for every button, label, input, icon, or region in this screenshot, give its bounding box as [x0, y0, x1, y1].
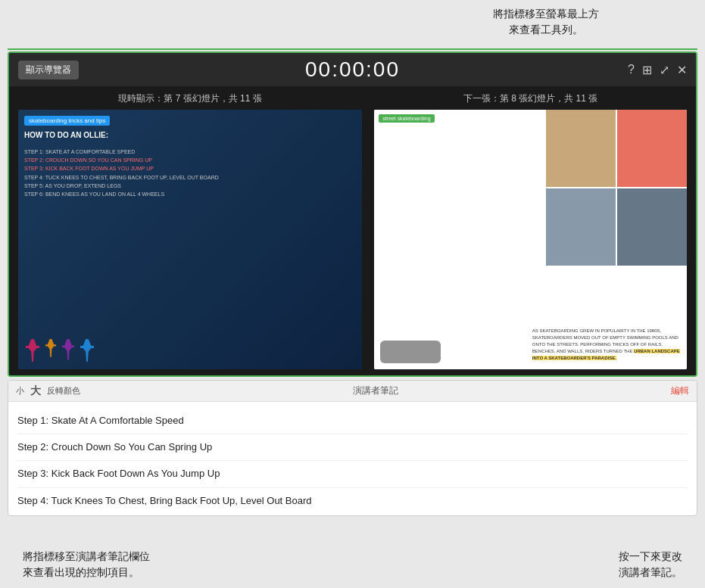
skater-3: [62, 339, 74, 360]
current-slide-section: 現時顯示：第 7 張幻燈片，共 11 張 skateboarding trick…: [18, 92, 362, 369]
notes-edit-button[interactable]: 編輯: [671, 384, 689, 397]
next-slide-photos: [546, 110, 687, 266]
next-slide-frame: street skateboarding AS SKATEBOARDING GR…: [374, 110, 687, 369]
show-presenter-button[interactable]: 顯示導覽器: [18, 61, 79, 79]
close-icon[interactable]: ✕: [677, 63, 687, 77]
note-item-3: Step 3: Kick Back Foot Down As You Jump …: [17, 461, 688, 487]
current-slide-content: skateboarding tricks and tips HOW TO DO …: [18, 110, 362, 369]
note-item-2: Step 2: Crouch Down So You Can Spring Up: [17, 434, 688, 461]
photo-3: [546, 188, 616, 266]
next-slide-inner: street skateboarding AS SKATEBOARDING GR…: [374, 110, 687, 369]
notes-panel: 小 大 反轉顏色 演講者筆記 編輯 Step 1: Skate At A Com…: [8, 380, 697, 516]
next-slide-section: 下一張：第 8 張幻燈片，共 11 張 street skateboarding…: [374, 92, 687, 369]
current-slide-label: 現時顯示：第 7 張幻燈片，共 11 張: [18, 92, 362, 107]
bottom-left-annotation: 將指標移至演講者筆記欄位 來查看出現的控制項目。: [23, 549, 150, 580]
current-slide-frame: skateboarding tricks and tips HOW TO DO …: [18, 110, 362, 369]
grid-icon[interactable]: ⊞: [642, 63, 652, 77]
photo-4: [617, 188, 687, 266]
photo-2: [617, 110, 687, 187]
top-annotation-line2: 來查看工具列。: [493, 22, 599, 38]
slide-step-1: STEP 1: SKATE AT A COMFORTABLE SPEED: [24, 148, 356, 156]
skater-1: [26, 339, 39, 362]
topbar-icons: ? ⊞ ⤢ ✕: [628, 63, 687, 77]
skater-4: [80, 339, 94, 362]
skateboard-image: [380, 341, 441, 363]
bottom-right-annotation: 按一下來更改 演講者筆記。: [619, 549, 682, 580]
notes-content: Step 1: Skate At A Comfortable Speed Ste…: [8, 402, 697, 515]
bottom-right-line1: 按一下來更改: [619, 549, 682, 565]
skater-figures: [26, 339, 94, 362]
notes-title: 演講者筆記: [353, 384, 398, 397]
invert-color-button[interactable]: 反轉顏色: [47, 385, 80, 397]
help-icon[interactable]: ?: [628, 63, 635, 76]
size-large-button[interactable]: 大: [30, 384, 41, 398]
current-slide-tag: skateboarding tricks and tips: [24, 116, 110, 126]
resize-icon[interactable]: ⤢: [660, 63, 669, 77]
notes-size-controls: 小 大 反轉顏色: [16, 384, 80, 398]
skater-2: [45, 339, 56, 357]
slide-step-4: STEP 4: TUCK KNEES TO CHEST, BRING BACK …: [24, 173, 356, 182]
bottom-left-line2: 來查看出現的控制項目。: [23, 565, 150, 580]
slides-area: 現時顯示：第 7 張幻燈片，共 11 張 skateboarding trick…: [9, 86, 696, 375]
presenter-window: 顯示導覽器 00:00:00 ? ⊞ ⤢ ✕ 現時顯示：第 7 張幻燈片，共 1…: [8, 51, 697, 377]
size-small-button[interactable]: 小: [16, 385, 24, 397]
next-slide-text: AS SKATEBOARDING GREW IN POPULARITY IN T…: [532, 328, 682, 362]
note-item-1: Step 1: Skate At A Comfortable Speed: [17, 408, 688, 434]
slide-step-3: STEP 3: KICK BACK FOOT DOWN AS YOU JUMP …: [24, 164, 356, 173]
top-annotation: 將指標移至螢幕最上方 來查看工具列。: [493, 6, 599, 38]
note-item-4: Step 4: Tuck Knees To Chest, Bring Back …: [17, 488, 688, 514]
bottom-left-line1: 將指標移至演講者筆記欄位: [23, 549, 150, 565]
current-slide-steps: STEP 1: SKATE AT A COMFORTABLE SPEED STE…: [24, 148, 356, 198]
photo-1: [546, 110, 616, 187]
notes-toolbar: 小 大 反轉顏色 演講者筆記 編輯: [8, 381, 697, 402]
bottom-right-line2: 演講者筆記。: [619, 565, 682, 580]
presenter-topbar: 顯示導覽器 00:00:00 ? ⊞ ⤢ ✕: [9, 53, 696, 86]
slide-step-2: STEP 2: CROUCH DOWN SO YOU CAN SPRING UP: [24, 156, 356, 164]
yellow-highlight-text: URBAN LANDSCAPE INTO A SKATEBOARDER'S PA…: [532, 349, 680, 360]
timer-display: 00:00:00: [305, 58, 400, 82]
next-slide-label: 下一張：第 8 張幻燈片，共 11 張: [374, 92, 687, 107]
top-annotation-line1: 將指標移至螢幕最上方: [493, 6, 599, 22]
bottom-annotations: 將指標移至演講者筆記欄位 來查看出現的控制項目。 按一下來更改 演講者筆記。: [0, 549, 705, 580]
current-slide-title: HOW TO DO AN OLLIE:: [24, 131, 108, 139]
next-slide-tag: street skateboarding: [379, 114, 434, 123]
toolbar-indicator-line: [8, 48, 697, 50]
slide-step-6: STEP 6: BEND KNEES AS YOU LAND ON ALL 4 …: [24, 190, 356, 198]
slide-step-5: STEP 5: AS YOU DROP, EXTEND LEGS: [24, 182, 356, 190]
